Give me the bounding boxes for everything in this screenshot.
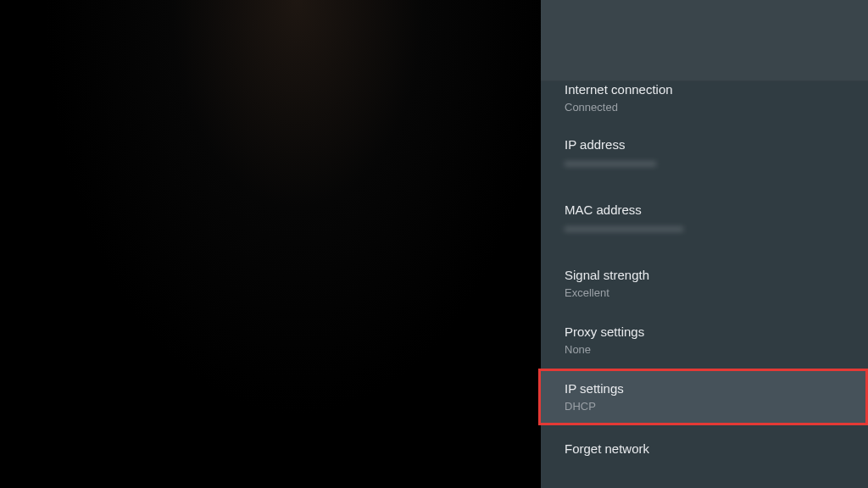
setting-mac-address[interactable]: MAC address	[541, 190, 868, 255]
setting-internet-connection[interactable]: Internet connection Connected	[541, 81, 868, 125]
redacted-mac-value	[565, 224, 683, 235]
redacted-ip-value	[565, 158, 656, 169]
setting-title: Forget network	[565, 441, 844, 458]
network-settings-panel: Internet connection Connected IP address…	[541, 0, 868, 488]
setting-proxy-settings[interactable]: Proxy settings None	[541, 312, 868, 369]
setting-value: None	[565, 342, 844, 357]
setting-value	[565, 220, 844, 238]
setting-value: Connected	[565, 100, 844, 114]
setting-ip-settings[interactable]: IP settings DHCP	[541, 369, 868, 425]
setting-value	[565, 155, 844, 173]
setting-value: Excellent	[565, 286, 844, 300]
setting-signal-strength[interactable]: Signal strength Excellent	[541, 255, 868, 312]
setting-title: IP settings	[565, 380, 844, 397]
highlighted-setting-wrapper: IP settings DHCP	[541, 369, 868, 425]
background-content-area	[0, 0, 541, 488]
setting-title: MAC address	[565, 202, 844, 219]
setting-title: Internet connection	[565, 81, 844, 98]
panel-header	[541, 0, 868, 81]
setting-title: IP address	[565, 136, 844, 153]
setting-title: Signal strength	[565, 267, 844, 284]
setting-forget-network[interactable]: Forget network	[541, 425, 868, 474]
setting-value: DHCP	[565, 399, 844, 413]
settings-list: Internet connection Connected IP address…	[541, 81, 868, 474]
setting-title: Proxy settings	[565, 324, 844, 341]
setting-ip-address[interactable]: IP address	[541, 125, 868, 190]
